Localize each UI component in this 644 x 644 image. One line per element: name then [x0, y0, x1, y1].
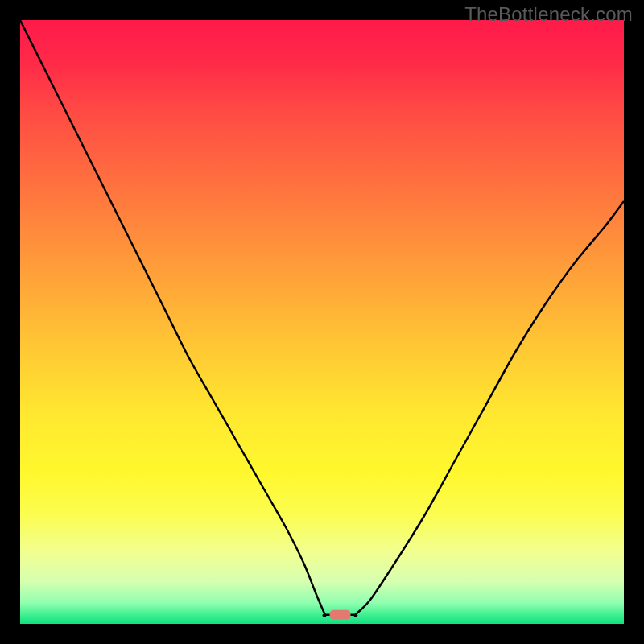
plot-area — [20, 20, 624, 624]
watermark-text: TheBottleneck.com — [464, 3, 633, 26]
optimum-marker — [330, 610, 351, 620]
chart-svg — [20, 20, 624, 624]
chart-container: TheBottleneck.com — [0, 0, 644, 644]
